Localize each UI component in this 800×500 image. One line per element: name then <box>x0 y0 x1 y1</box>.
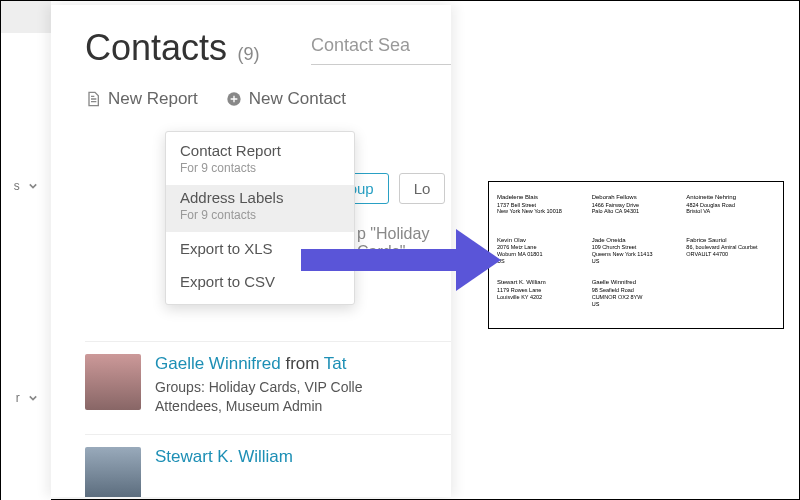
label-line: Louisville KY 4202 <box>497 294 586 301</box>
label-cell: Madelene Blais1737 Bell StreetNew York N… <box>497 194 586 231</box>
label-line: US <box>497 258 586 265</box>
label-name: Deborah Fellows <box>592 194 681 202</box>
label-line: Queens New York 11413 <box>592 251 681 258</box>
sidebar-selected-bg <box>1 1 51 33</box>
frame: s r Contacts (9) Contact Sea New Repor <box>0 0 800 500</box>
label-name: Jade Oneida <box>592 237 681 245</box>
label-line: 86, boulevard Amiral Courbet <box>686 244 775 251</box>
filter-location[interactable]: Lo <box>399 173 446 204</box>
label-cell <box>686 279 775 316</box>
label-name: Fabrice Sauriol <box>686 237 775 245</box>
new-report-button[interactable]: New Report <box>85 89 198 109</box>
label-cell: Jade Oneida109 Church StreetQueens New Y… <box>592 237 681 274</box>
menu-address-labels-label: Address Labels <box>180 189 340 206</box>
label-line: Woburn MA 01801 <box>497 251 586 258</box>
address-labels-preview: Madelene Blais1737 Bell StreetNew York N… <box>488 181 784 329</box>
label-line: 1466 Fairway Drive <box>592 202 681 209</box>
new-contact-label: New Contact <box>249 89 346 109</box>
page-title: Contacts <box>85 27 227 68</box>
label-line: US <box>592 258 681 265</box>
label-line: Palo Alto CA 94301 <box>592 208 681 215</box>
label-line: 1737 Bell Street <box>497 202 586 209</box>
label-line: New York New York 10018 <box>497 208 586 215</box>
label-line: ORVAULT 44700 <box>686 251 775 258</box>
label-line: 2076 Metz Lane <box>497 244 586 251</box>
document-icon <box>85 91 101 107</box>
tab-contact-search[interactable]: Contact Sea <box>311 35 451 65</box>
label-name: Stewart K. William <box>497 279 586 287</box>
label-name: Kevin Olav <box>497 237 586 245</box>
label-cell: Deborah Fellows1466 Fairway DrivePalo Al… <box>592 194 681 231</box>
contact-org-link[interactable]: Tat <box>324 354 347 373</box>
sidebar-item-b[interactable]: r <box>1 381 43 415</box>
label-cell: Fabrice Sauriol86, boulevard Amiral Cour… <box>686 237 775 274</box>
labels-grid: Madelene Blais1737 Bell StreetNew York N… <box>497 194 775 316</box>
label-name: Madelene Blais <box>497 194 586 202</box>
label-cell: Kevin Olav2076 Metz LaneWoburn MA 01801U… <box>497 237 586 274</box>
actions-row: New Report New Contact <box>85 89 451 109</box>
label-name: Antoinette Nehring <box>686 194 775 202</box>
list-item-body: Gaelle Winnifred from Tat Groups: Holida… <box>155 354 363 416</box>
avatar <box>85 447 141 497</box>
menu-contact-report-desc: For 9 contacts <box>180 161 340 175</box>
label-cell: Stewart K. William1179 Rowes LaneLouisvi… <box>497 279 586 316</box>
new-contact-button[interactable]: New Contact <box>226 89 346 109</box>
filter-location-label: Lo <box>414 180 431 197</box>
contact-list: Gaelle Winnifred from Tat Groups: Holida… <box>85 341 451 497</box>
menu-contact-report-label: Contact Report <box>180 142 340 159</box>
contact-name-link[interactable]: Gaelle Winnifred <box>155 354 281 373</box>
contact-groups: Groups: Holiday Cards, VIP Colle Attende… <box>155 378 363 416</box>
label-line: 1179 Rowes Lane <box>497 287 586 294</box>
label-line: CUMNOR OX2 8YW <box>592 294 681 301</box>
label-cell: Antoinette Nehring4824 Douglas RoadBrist… <box>686 194 775 231</box>
contact-name-link[interactable]: Stewart K. William <box>155 447 293 466</box>
sidebar: s r <box>1 1 51 500</box>
sidebar-item-b-label: r <box>16 391 20 405</box>
sidebar-item-a[interactable]: s <box>1 169 43 203</box>
svg-marker-2 <box>456 229 501 291</box>
label-cell: Gaelle Winnifred98 Seafield RoadCUMNOR O… <box>592 279 681 316</box>
avatar <box>85 354 141 410</box>
contact-from: from <box>285 354 319 373</box>
label-line: 109 Church Street <box>592 244 681 251</box>
list-item-body: Stewart K. William <box>155 447 293 497</box>
arrow-icon <box>301 219 501 299</box>
label-line: 4824 Douglas Road <box>686 202 775 209</box>
list-item[interactable]: Stewart K. William <box>85 434 451 497</box>
list-item[interactable]: Gaelle Winnifred from Tat Groups: Holida… <box>85 341 451 434</box>
label-line: 98 Seafield Road <box>592 287 681 294</box>
new-report-label: New Report <box>108 89 198 109</box>
chevron-down-icon <box>29 391 37 405</box>
svg-rect-1 <box>301 249 461 271</box>
chevron-down-icon <box>29 179 37 193</box>
sidebar-item-a-label: s <box>14 179 20 193</box>
label-line: US <box>592 301 681 308</box>
tab-label: Contact Sea <box>311 35 410 55</box>
plus-circle-icon <box>226 91 242 107</box>
label-line: Bristol VA <box>686 208 775 215</box>
label-name: Gaelle Winnifred <box>592 279 681 287</box>
page-count: (9) <box>238 44 260 64</box>
menu-contact-report[interactable]: Contact Report For 9 contacts <box>166 138 354 185</box>
